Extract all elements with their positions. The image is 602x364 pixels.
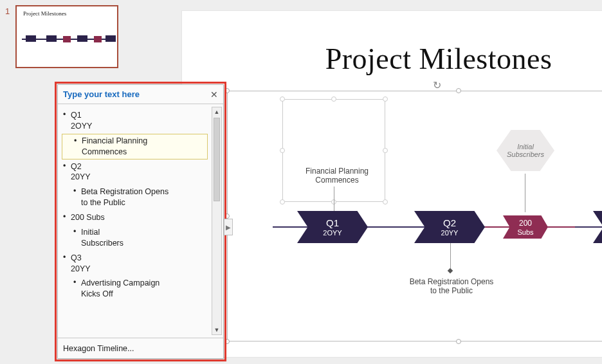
text-pane-header: Type your text here ✕ (58, 85, 223, 104)
resize-handle[interactable] (280, 148, 285, 153)
text-pane-item[interactable]: Beta Registration Opensto the Public (62, 185, 208, 210)
text-pane-body[interactable]: Q12OYYFinancial PlanningCommencesQ220YYB… (58, 104, 223, 338)
slide-number: 1 (5, 6, 10, 16)
thumb-node (77, 35, 87, 42)
scrollbar[interactable]: ▲ ▼ (212, 107, 222, 335)
callout-advertising[interactable]: Advertising CampaigKicks Off (588, 278, 602, 296)
callout-beta-registration[interactable]: Beta Registration Opensto the Public (400, 278, 503, 296)
callout-financial-planning[interactable]: Financial PlanningCommences (298, 167, 376, 185)
close-icon[interactable]: ✕ (210, 89, 218, 100)
callout-initial-subscribers[interactable]: InitialSubscribers (497, 130, 554, 171)
pane-toggle-button[interactable]: ▶ (224, 219, 233, 235)
resize-handle[interactable] (383, 148, 388, 153)
text-pane-title: Type your text here (63, 89, 140, 99)
smartart-text-pane[interactable]: Type your text here ✕ Q12OYYFinancial Pl… (57, 84, 224, 359)
node-subs[interactable]: 200 Subs (503, 215, 548, 239)
resize-handle[interactable] (456, 88, 461, 93)
text-pane-list[interactable]: Q12OYYFinancial PlanningCommencesQ220YYB… (62, 108, 221, 302)
connector (334, 187, 334, 212)
resize-handle[interactable] (383, 96, 388, 102)
thumb-title: Project Milestones (23, 10, 117, 17)
text-pane-item[interactable]: Financial PlanningCommences (62, 134, 208, 159)
thumb-node (94, 36, 102, 42)
connector (525, 174, 525, 212)
smartart-frame[interactable]: Financial PlanningCommences InitialSubsc… (227, 91, 602, 341)
resize-handle[interactable] (331, 96, 336, 102)
node-q2[interactable]: Q2 20YY (414, 211, 485, 243)
thumb-node (26, 35, 36, 42)
connector-dot (448, 268, 453, 273)
connector (450, 242, 451, 268)
thumb-node (105, 35, 116, 42)
scroll-up-icon[interactable]: ▲ (214, 109, 220, 115)
slide-thumbnail[interactable]: Project Milestones (15, 5, 118, 68)
resize-handle[interactable] (456, 339, 461, 344)
slide-canvas[interactable]: Project Milestones ↻ Financial PlanningC… (181, 10, 602, 358)
node-q2-title: Q2 (443, 217, 456, 228)
text-pane-item[interactable]: 200 Subs (62, 210, 208, 225)
node-q2-sub: 20YY (441, 229, 459, 237)
text-pane-item[interactable]: InitialSubscribers (62, 225, 208, 251)
resize-handle[interactable] (383, 199, 388, 205)
text-pane-footer: Hexagon Timeline... (58, 338, 223, 359)
resize-handle[interactable] (280, 199, 285, 205)
chevron-right-icon: ▶ (226, 224, 231, 231)
scroll-down-icon[interactable]: ▼ (214, 327, 220, 333)
node-q1-title: Q1 (326, 217, 339, 228)
rotate-handle-icon[interactable]: ↻ (433, 79, 444, 91)
layout-name: Hexagon Timeline... (63, 344, 134, 353)
resize-handle[interactable] (280, 96, 285, 102)
node-subs-sub: Subs (517, 228, 533, 236)
resize-handle[interactable] (224, 88, 230, 93)
thumb-node (46, 35, 57, 42)
node-subs-title: 200 (519, 219, 532, 228)
thumb-node (63, 36, 71, 42)
scroll-thumb[interactable] (214, 118, 220, 201)
node-q1-sub: 2OYY (323, 229, 342, 237)
resize-handle[interactable] (224, 339, 230, 344)
text-pane-item[interactable]: Advertising CampaignKicks Off (62, 276, 208, 302)
text-pane-item[interactable]: Q320YY (62, 251, 208, 277)
resize-handle[interactable] (224, 214, 230, 219)
text-pane-item[interactable]: Q12OYY (62, 108, 208, 134)
slide-title[interactable]: Project Milestones (182, 42, 602, 76)
node-q1[interactable]: Q1 2OYY (297, 211, 368, 243)
text-pane-item[interactable]: Q220YY (62, 159, 208, 185)
